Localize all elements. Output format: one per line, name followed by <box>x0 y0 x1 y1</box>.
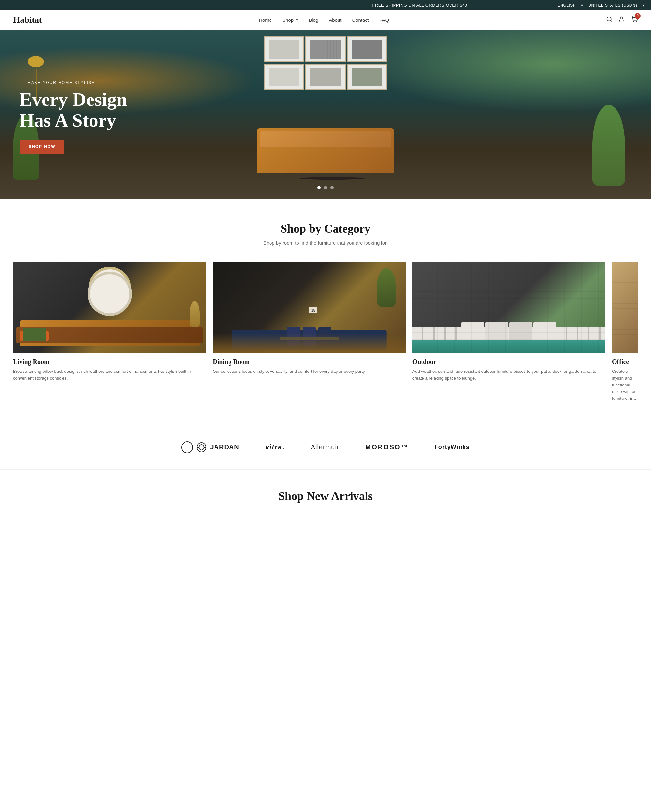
plant-dried <box>190 301 200 327</box>
nav-home[interactable]: Home <box>259 17 272 23</box>
nav-faq[interactable]: FAQ <box>379 17 389 23</box>
category-name-office: Office <box>612 358 638 366</box>
category-section-title: Shop by Category <box>13 222 638 235</box>
site-logo[interactable]: Habitat <box>13 15 42 25</box>
hero-dot-1[interactable] <box>317 186 321 189</box>
category-section-subtitle: Shop by room to find the furniture that … <box>13 240 638 246</box>
svg-point-0 <box>607 17 611 21</box>
cart-icon[interactable]: 0 <box>631 15 638 24</box>
hero-section: MAKE YOUR HOME STYLISH Every Design Has … <box>0 30 651 199</box>
announcement-right: ENGLISH ▾ UNITED STATES (USD $) ▾ <box>558 3 645 8</box>
cushion-green <box>23 328 46 340</box>
category-desc-office: Create a stylish and functional office w… <box>612 368 638 402</box>
language-selector[interactable]: ENGLISH <box>558 3 576 8</box>
nav-about[interactable]: About <box>329 17 341 23</box>
art-frame-5 <box>305 64 346 90</box>
art-frame-2 <box>305 37 346 63</box>
category-image-dining-room: 18 <box>212 262 406 353</box>
category-grid: Living Room Browse among pillow back des… <box>13 262 638 402</box>
hero-content: MAKE YOUR HOME STYLISH Every Design Has … <box>20 80 156 154</box>
shop-by-category-section: Shop by Category Shop by room to find th… <box>0 199 651 425</box>
svg-line-1 <box>611 20 612 21</box>
svg-point-4 <box>636 21 637 22</box>
category-card-office[interactable]: Office Create a stylish and functional o… <box>612 262 638 402</box>
table-number: 18 <box>309 307 317 313</box>
hero-lamp-head <box>28 56 44 67</box>
new-arrivals-title: Shop New Arrivals <box>13 489 638 503</box>
category-card-dining-room[interactable]: 18 Dining Room Our collections focus on … <box>212 262 406 402</box>
header: Habitat Home Shop Blog About Contact FAQ <box>0 10 651 30</box>
category-name-living-room: Living Room <box>13 358 206 366</box>
hero-dot-3[interactable] <box>330 186 334 189</box>
wall-texture <box>413 262 605 353</box>
announcement-bar: FREE SHIPPING ON ALL ORDERS OVER $40 ENG… <box>0 0 651 10</box>
category-desc-dining-room: Our collections focus on style, versatil… <box>212 368 406 375</box>
hero-indicators <box>317 186 334 189</box>
brand-fortywinks[interactable]: FortyWinks <box>434 444 470 450</box>
dining-plant <box>377 269 396 307</box>
brand-vitra[interactable]: vitra. <box>265 443 285 451</box>
brands-row: JARDAN vitra. Allermuir MOROSO™ FortyWin… <box>13 441 638 453</box>
category-image-office <box>612 262 638 353</box>
language-chevron: ▾ <box>581 3 583 8</box>
art-frame-4 <box>264 64 304 90</box>
header-actions: 0 <box>606 15 638 24</box>
currency-chevron: ▾ <box>643 3 645 8</box>
art-frame-6 <box>347 64 387 90</box>
new-arrivals-section: Shop New Arrivals <box>0 470 651 517</box>
jardan-icon <box>196 442 207 453</box>
category-desc-outdoor: Add weather, sun and fade-resistant outd… <box>413 368 605 382</box>
nav-shop[interactable]: Shop <box>282 17 298 23</box>
main-nav: Home Shop Blog About Contact FAQ <box>259 17 389 23</box>
dining-floor <box>212 333 406 353</box>
shop-dropdown-icon <box>296 19 298 21</box>
hero-eyebrow: MAKE YOUR HOME STYLISH <box>20 80 156 85</box>
svg-point-3 <box>633 21 634 22</box>
svg-point-6 <box>199 445 204 450</box>
hero-title: Every Design Has A Story <box>20 89 156 131</box>
art-frame-1 <box>264 37 304 63</box>
nav-blog[interactable]: Blog <box>309 17 318 23</box>
mirror-circle <box>89 267 131 309</box>
nav-container: Home Shop Blog About Contact FAQ <box>42 17 606 23</box>
hero-sofa <box>257 128 394 173</box>
brands-section: JARDAN vitra. Allermuir MOROSO™ FortyWin… <box>0 425 651 470</box>
bench <box>16 327 203 343</box>
hero-dot-2[interactable] <box>324 186 327 189</box>
brand-allermuir[interactable]: Allermuir <box>311 443 339 451</box>
account-icon[interactable] <box>619 16 625 24</box>
category-name-outdoor: Outdoor <box>413 358 605 366</box>
category-desc-living-room: Browse among pillow back designs, rich l… <box>13 368 206 382</box>
wood-texture <box>612 262 638 353</box>
category-card-outdoor[interactable]: Outdoor Add weather, sun and fade-resist… <box>413 262 605 402</box>
nav-contact[interactable]: Contact <box>352 17 369 23</box>
currency-selector[interactable]: UNITED STATES (USD $) <box>588 3 637 8</box>
svg-point-2 <box>621 17 623 19</box>
category-image-outdoor <box>413 262 605 353</box>
category-name-dining-room: Dining Room <box>212 358 406 366</box>
search-icon[interactable] <box>606 16 613 24</box>
cart-badge: 0 <box>635 13 640 19</box>
category-image-living-room <box>13 262 206 353</box>
header-icons: 0 <box>606 15 638 24</box>
category-card-living-room[interactable]: Living Room Browse among pillow back des… <box>13 262 206 402</box>
art-frame-3 <box>347 37 387 63</box>
announcement-text: FREE SHIPPING ON ALL ORDERS OVER $40 <box>282 3 557 8</box>
hero-wall-art <box>264 37 387 90</box>
shop-now-button[interactable]: SHOP NOW <box>20 140 64 154</box>
brand-jardan[interactable]: JARDAN <box>181 441 239 453</box>
brand-moroso[interactable]: MOROSO™ <box>365 443 408 451</box>
hero-coffee-table <box>300 177 365 180</box>
hero-plant-right <box>592 105 625 186</box>
